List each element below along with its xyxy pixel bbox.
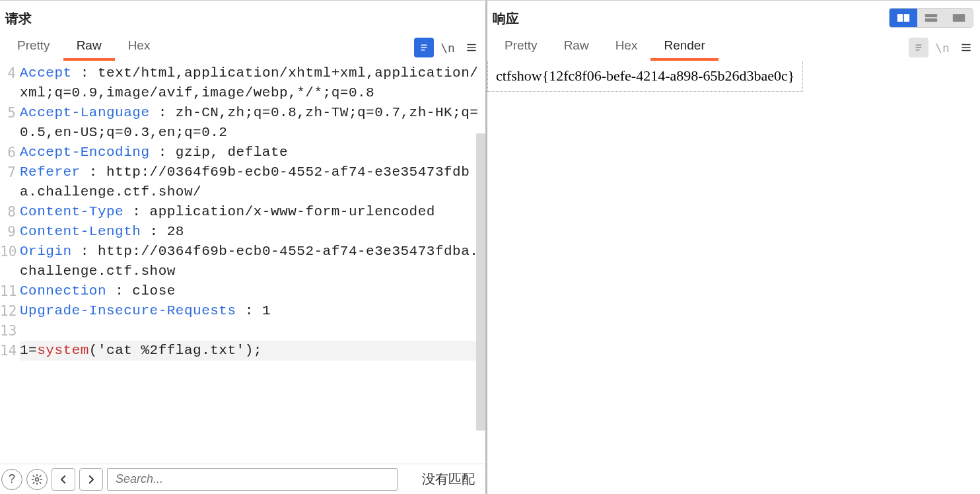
code-content[interactable]: Accept : text/html,application/xhtml+xml… bbox=[20, 63, 485, 361]
tab-raw[interactable]: Raw bbox=[63, 34, 115, 61]
code-line[interactable]: Connection : close bbox=[20, 281, 481, 301]
svg-rect-3 bbox=[904, 14, 909, 22]
request-title: 请求 bbox=[0, 1, 485, 34]
newline-resp-icon[interactable]: \n bbox=[932, 38, 952, 57]
view-toggle bbox=[889, 8, 973, 28]
actions-resp-icon[interactable] bbox=[909, 38, 928, 57]
code-line[interactable]: 1=system('cat %2fflag.txt'); bbox=[20, 341, 481, 361]
tab-pretty-resp[interactable]: Pretty bbox=[491, 34, 551, 61]
response-title: 响应 bbox=[487, 1, 889, 34]
request-tabs-row: Pretty Raw Hex \n bbox=[0, 34, 485, 61]
svg-rect-2 bbox=[897, 14, 903, 22]
request-panel: 请求 Pretty Raw Hex \n 4567891011121314 Ac… bbox=[0, 1, 487, 494]
view-split-icon[interactable] bbox=[890, 9, 917, 27]
svg-rect-6 bbox=[953, 14, 965, 22]
help-icon[interactable]: ? bbox=[1, 469, 22, 490]
hamburger-resp-icon[interactable] bbox=[956, 38, 976, 57]
render-area: ctfshow{12fc8f06-befe-4214-a898-65b26d3b… bbox=[487, 61, 980, 494]
no-match-label: 没有匹配 bbox=[422, 470, 475, 488]
svg-rect-5 bbox=[925, 18, 937, 21]
code-line[interactable]: Origin : http://0364f69b-ecb0-4552-af74-… bbox=[20, 242, 481, 281]
response-panel: 响应 Pretty Raw Hex bbox=[487, 1, 980, 494]
scrollbar[interactable] bbox=[476, 133, 485, 431]
response-tabs-row: Pretty Raw Hex Render \n bbox=[487, 34, 980, 61]
tab-render-resp[interactable]: Render bbox=[650, 34, 718, 61]
code-line[interactable]: Content-Type : application/x-www-form-ur… bbox=[20, 202, 481, 222]
arrow-left-icon[interactable] bbox=[52, 468, 75, 491]
search-input[interactable] bbox=[107, 468, 398, 491]
code-line[interactable]: Content-Length : 28 bbox=[20, 222, 481, 242]
svg-point-1 bbox=[36, 477, 39, 481]
view-stack-icon[interactable] bbox=[917, 9, 945, 27]
line-gutter: 4567891011121314 bbox=[0, 63, 18, 361]
request-editor[interactable]: 4567891011121314 Accept : text/html,appl… bbox=[0, 61, 485, 464]
gear-icon[interactable] bbox=[26, 469, 48, 490]
code-line[interactable]: Accept : text/html,application/xhtml+xml… bbox=[20, 63, 481, 103]
render-output[interactable]: ctfshow{12fc8f06-befe-4214-a898-65b26d3b… bbox=[487, 61, 803, 92]
view-full-icon[interactable] bbox=[945, 9, 973, 27]
code-line[interactable]: Referer : http://0364f69b-ecb0-4552-af74… bbox=[20, 162, 481, 202]
arrow-right-icon[interactable] bbox=[79, 468, 103, 491]
code-line[interactable]: Accept-Encoding : gzip, deflate bbox=[20, 143, 481, 162]
code-line[interactable]: Accept-Language : zh-CN,zh;q=0.8,zh-TW;q… bbox=[20, 103, 481, 143]
request-bottom-bar: ? 没有匹配 bbox=[0, 464, 485, 494]
code-line[interactable] bbox=[20, 321, 481, 341]
actions-icon[interactable] bbox=[414, 38, 434, 57]
newline-icon[interactable]: \n bbox=[438, 38, 458, 57]
svg-rect-4 bbox=[925, 14, 937, 17]
tab-raw-resp[interactable]: Raw bbox=[551, 34, 602, 61]
tab-pretty[interactable]: Pretty bbox=[4, 34, 63, 61]
tab-hex-resp[interactable]: Hex bbox=[602, 34, 651, 61]
tab-hex[interactable]: Hex bbox=[115, 34, 164, 61]
code-line[interactable]: Upgrade-Insecure-Requests : 1 bbox=[20, 301, 481, 321]
hamburger-icon[interactable] bbox=[462, 38, 481, 57]
